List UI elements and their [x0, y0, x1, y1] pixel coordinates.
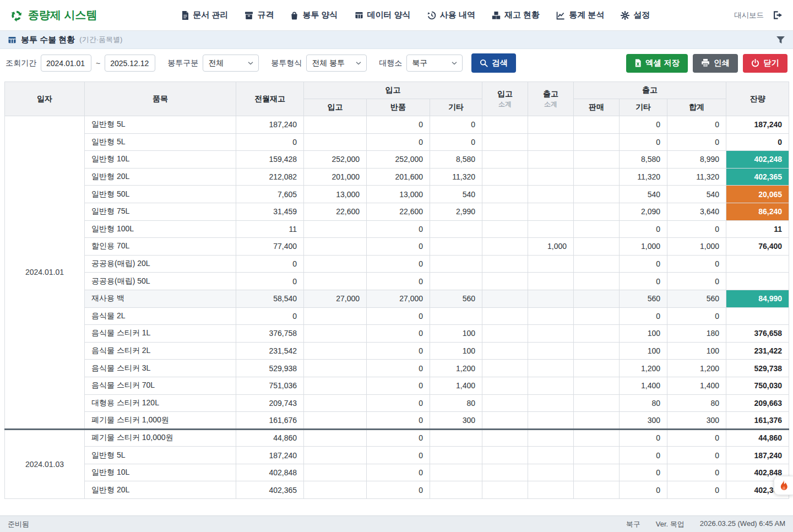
table-row: 폐기물 스티커 1,000원161,6760300300300161,376 — [5, 412, 789, 430]
in-return-cell: 0 — [367, 394, 430, 412]
report-table-wrap: 일자 품목 전월재고 입고 입고 소계 출고 소계 출고 잔량 입고 반품 기타 — [4, 82, 789, 499]
remain-cell — [726, 255, 789, 273]
nav-item-document[interactable]: 문서 관리 — [181, 10, 228, 20]
col-out-total: 합계 — [667, 99, 726, 116]
in-etc-cell: 540 — [430, 186, 482, 203]
table-row: 음식물 2L0000 — [5, 307, 789, 325]
out-sale-cell — [574, 325, 620, 343]
in-sub-cell — [482, 464, 528, 481]
table-row: 음식물 스티커 2L231,5420100100100231,422 — [5, 342, 789, 360]
in-sub-cell — [482, 447, 528, 464]
item-cell: 대형용 스티커 120L — [85, 394, 236, 412]
nav-item-gear[interactable]: 설정 — [621, 10, 650, 20]
dashboard-link[interactable]: 대시보드 — [734, 10, 764, 20]
in-etc-cell — [430, 447, 482, 464]
out-etc-cell: 100 — [620, 342, 667, 360]
in-return-cell: 0 — [367, 412, 430, 430]
nav-item-data-table[interactable]: 데이터 양식 — [355, 10, 411, 20]
close-button[interactable]: 닫기 — [743, 54, 787, 73]
prev-cell: 58,540 — [236, 290, 304, 307]
data-table-icon — [355, 11, 363, 19]
in-sub-cell — [482, 290, 528, 307]
in-return-cell: 0 — [367, 238, 430, 256]
item-cell: 음식물 스티커 3L — [85, 360, 236, 377]
nav-item-history[interactable]: 사용 내역 — [427, 10, 475, 20]
date-to-input[interactable] — [105, 55, 155, 72]
nav-item-spec-box[interactable]: 규격 — [245, 10, 274, 20]
nav-item-inventory[interactable]: 재고 현황 — [492, 10, 540, 20]
remain-cell: 76,400 — [726, 238, 789, 256]
excel-save-button[interactable]: 엑셀 저장 — [626, 54, 688, 73]
bag-format-select[interactable]: 전체 봉투 — [306, 55, 367, 72]
remain-cell: 11 — [726, 220, 789, 238]
table-row: 음식물 스티커 3L529,93801,2001,2001,200529,738 — [5, 360, 789, 377]
out-sub-cell — [528, 220, 574, 238]
in-etc-cell: 0 — [430, 116, 482, 134]
in-in-cell: 27,000 — [304, 290, 367, 307]
in-in-cell — [304, 255, 367, 273]
in-sub-cell — [482, 186, 528, 203]
col-in-etc: 기타 — [430, 99, 482, 116]
item-cell: 음식물 스티커 70L — [85, 377, 236, 394]
prev-cell: 751,036 — [236, 377, 304, 394]
out-etc-cell: 0 — [620, 447, 667, 464]
print-button[interactable]: 인쇄 — [693, 54, 738, 73]
out-sub-cell — [528, 307, 574, 325]
nav-item-bag[interactable]: 봉투 양식 — [290, 10, 338, 20]
bag-division-select[interactable]: 전체 — [203, 55, 259, 72]
out-etc-cell: 8,580 — [620, 151, 667, 169]
out-total-cell: 1,200 — [667, 360, 726, 377]
out-sale-cell — [574, 394, 620, 412]
in-return-cell: 0 — [367, 307, 430, 325]
table-row: 일반형 10L159,428252,000252,0008,5808,5808,… — [5, 151, 789, 169]
out-sale-cell — [574, 360, 620, 377]
in-in-cell: 252,000 — [304, 151, 367, 169]
item-cell: 폐기물 스티커 10,000원 — [85, 429, 236, 447]
nav-item-chart[interactable]: 통계 분석 — [556, 10, 604, 20]
out-sale-cell — [574, 168, 620, 186]
flame-icon — [779, 479, 789, 492]
debug-toolbar-toggle[interactable] — [774, 476, 793, 495]
in-return-cell: 0 — [367, 133, 430, 151]
out-sale-cell — [574, 429, 620, 447]
agency-select[interactable]: 북구 — [406, 55, 463, 72]
search-button[interactable]: 검색 — [471, 53, 516, 73]
out-sale-cell — [574, 377, 620, 394]
out-sub-cell — [528, 481, 574, 499]
out-sub-cell — [528, 447, 574, 464]
in-sub-cell — [482, 220, 528, 238]
recycle-icon — [10, 9, 23, 22]
in-in-cell — [304, 464, 367, 481]
logout-icon[interactable] — [773, 10, 783, 20]
in-in-cell: 201,000 — [304, 168, 367, 186]
prev-cell: 0 — [236, 273, 304, 290]
remain-cell: 187,240 — [726, 116, 789, 134]
out-sub-cell — [528, 133, 574, 151]
remain-cell: 209,663 — [726, 394, 789, 412]
filter-icon[interactable] — [776, 36, 785, 44]
date-from-input[interactable] — [41, 55, 91, 72]
remain-cell: 0 — [726, 133, 789, 151]
table-row: 일반형 5L000000 — [5, 133, 789, 151]
out-total-cell: 0 — [667, 307, 726, 325]
out-sale-cell — [574, 464, 620, 481]
in-etc-cell: 100 — [430, 342, 482, 360]
col-out-sale: 판매 — [574, 99, 620, 116]
in-sub-cell — [482, 412, 528, 430]
in-in-cell — [304, 360, 367, 377]
app-logo[interactable]: 종량제 시스템 — [10, 8, 97, 23]
in-sub-cell — [482, 151, 528, 169]
out-etc-cell: 0 — [620, 133, 667, 151]
out-etc-cell: 1,000 — [620, 238, 667, 256]
out-sale-cell — [574, 342, 620, 360]
col-group-in: 입고 — [304, 82, 482, 99]
in-return-cell: 0 — [367, 220, 430, 238]
out-total-cell: 8,990 — [667, 151, 726, 169]
in-in-cell — [304, 342, 367, 360]
in-return-cell: 0 — [367, 464, 430, 481]
out-etc-cell: 11,320 — [620, 168, 667, 186]
item-cell: 폐기물 스티커 1,000원 — [85, 412, 236, 430]
in-return-cell: 0 — [367, 377, 430, 394]
in-return-cell: 13,000 — [367, 186, 430, 203]
out-total-cell: 0 — [667, 116, 726, 134]
